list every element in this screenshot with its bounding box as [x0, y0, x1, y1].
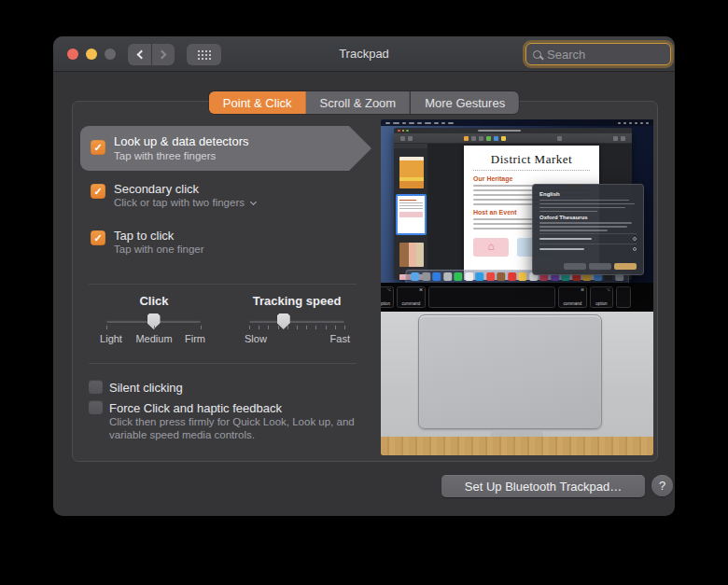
click-slider-ticks [106, 326, 201, 329]
tab-bar: Point & Click Scroll & Zoom More Gesture… [209, 91, 519, 114]
title-bar: Trackpad [53, 36, 675, 72]
set-up-bluetooth-trackpad-button[interactable]: Set Up Bluetooth Trackpad… [441, 475, 645, 497]
tab-more-gestures[interactable]: More Gestures [410, 91, 519, 114]
search-field[interactable] [525, 43, 671, 65]
page-thumbnail-selected [396, 194, 427, 235]
tracking-slider-ticks [249, 326, 344, 329]
demo-popup-section: Oxford Thesaurus [539, 215, 637, 220]
highlight-pointer-icon [349, 126, 371, 171]
gesture-title: Secondary click [114, 182, 199, 196]
demo-lid-notch [491, 430, 543, 437]
gesture-subtitle: Tap with three fingers [114, 150, 216, 161]
click-tick-label-medium: Medium [135, 333, 172, 344]
demo-laptop-body [381, 312, 653, 437]
search-icon [533, 50, 541, 59]
info-icon [633, 237, 637, 241]
demo-desktop: District Market Our Heritage Host an Eve… [381, 119, 653, 283]
click-slider-track[interactable] [106, 320, 201, 323]
gesture-subtitle: Click or tap with two fingers [114, 197, 256, 208]
demo-heading-1: Our Heritage [473, 175, 590, 182]
demo-menu-bar [381, 119, 653, 126]
tracking-slider-track[interactable] [249, 320, 344, 323]
demo-pages-toolbar [394, 133, 632, 144]
demo-popup-heading: English [539, 191, 637, 197]
gesture-title: Look up & data detectors [114, 134, 249, 148]
gesture-subtitle: Tap with one finger [114, 244, 204, 255]
selected-gesture-highlight [80, 126, 349, 171]
checkbox-tap-to-click[interactable] [91, 230, 105, 245]
demo-lookup-popup: English Oxford Thesaurus [532, 184, 644, 275]
divider [89, 284, 357, 285]
option-key: ⌥option [590, 286, 613, 308]
checkbox-look-up-data-detectors[interactable] [91, 140, 105, 155]
demo-trackpad [418, 314, 602, 429]
tracking-min-label: Slow [245, 333, 267, 344]
option-key: ⌥option [381, 286, 394, 308]
demo-page-thumbnails [394, 144, 427, 280]
command-key: ⌘command [558, 286, 587, 308]
checkbox-silent-clicking[interactable] [89, 380, 103, 394]
house-icon: ⌂ [473, 238, 509, 257]
chevron-down-icon[interactable] [250, 199, 257, 205]
checkbox-force-click[interactable] [89, 400, 103, 414]
demo-keyboard-row: ⌥option ⌘command ⌘command ⌥option [381, 283, 653, 312]
click-tick-label-light: Light [100, 333, 122, 344]
help-button[interactable]: ? [651, 475, 673, 496]
divider [89, 363, 357, 364]
option-title: Silent clicking [109, 381, 183, 395]
page-thumbnail [399, 243, 424, 267]
gesture-title: Tap to click [114, 229, 174, 243]
tab-scroll-and-zoom[interactable]: Scroll & Zoom [306, 91, 411, 114]
tracking-max-label: Fast [330, 333, 350, 344]
secondary-click-option-label: Click or tap with two fingers [114, 197, 245, 208]
arrow-key [616, 286, 631, 308]
tab-point-and-click[interactable]: Point & Click [209, 91, 306, 114]
click-tick-label-firm: Firm [185, 333, 205, 344]
gesture-demo-video: District Market Our Heritage Host an Eve… [381, 119, 653, 455]
demo-document-title: District Market [473, 152, 590, 167]
checkbox-secondary-click[interactable] [91, 184, 105, 199]
page-thumbnail [399, 157, 424, 188]
space-bar-key [428, 286, 555, 308]
demo-wooden-desk [381, 437, 653, 455]
tracking-speed-label: Tracking speed [245, 294, 348, 308]
click-slider-label: Click [103, 294, 205, 308]
trackpad-preferences-window: Trackpad Point & Click Scroll & Zoom Mor… [53, 36, 675, 516]
command-key: ⌘command [397, 286, 426, 308]
info-icon [633, 247, 637, 251]
option-title: Force Click and haptic feedback [109, 401, 282, 415]
force-click-description: Click then press firmly for Quick Look, … [109, 415, 378, 441]
search-input[interactable] [545, 47, 670, 63]
